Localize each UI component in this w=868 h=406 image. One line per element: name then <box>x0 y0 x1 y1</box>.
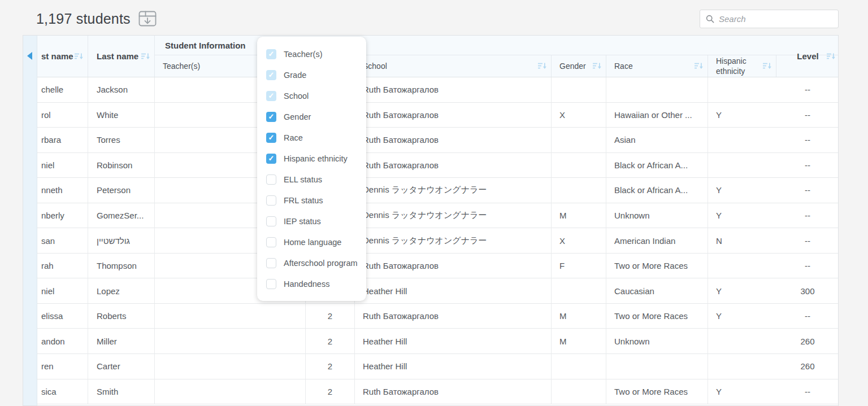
cell-gender: X <box>552 228 606 254</box>
checkbox[interactable] <box>266 91 276 101</box>
column-header-gender[interactable]: Gender <box>552 55 606 77</box>
cell-first-name: chelle <box>37 77 88 103</box>
cell-race: Two or More Races <box>606 254 708 279</box>
cell-school: Ruth Батожаргалов <box>355 77 552 103</box>
cell-school: Ruth Батожаргалов <box>355 379 552 405</box>
sort-descending-icon[interactable] <box>593 63 602 70</box>
cell-gender: M <box>552 304 606 329</box>
column-menu-item[interactable]: Gender <box>257 106 366 127</box>
column-header-level[interactable]: Level <box>776 36 839 77</box>
sort-descending-icon[interactable] <box>538 63 547 70</box>
cell-first-name: san <box>37 228 88 254</box>
cell-last-name: White <box>88 103 155 128</box>
cell-school: Dennis ラッタナウオングナラー <box>355 203 552 229</box>
column-menu-item-label: Afterschool program <box>284 259 358 268</box>
cell-last-name: Peterson <box>88 178 155 203</box>
cell-last-name: Robinson <box>88 153 155 178</box>
checkbox[interactable] <box>266 174 276 185</box>
column-header-school[interactable]: School <box>355 55 552 77</box>
cell-race: Two or More Races <box>606 304 708 329</box>
checkbox[interactable] <box>266 258 276 268</box>
cell-grade: 2 <box>306 304 355 329</box>
cell-gender <box>552 354 606 379</box>
cell-first-name: rol <box>37 103 88 128</box>
cell-first-name: rah <box>37 254 88 279</box>
checkbox[interactable] <box>266 70 276 80</box>
column-header-last-name[interactable]: Last name <box>88 36 155 77</box>
cell-last-name: גולדשטיין <box>88 228 155 254</box>
students-table: st name Last name Student Information <box>23 35 839 406</box>
cell-last-name: Jackson <box>88 77 155 103</box>
search-box[interactable] <box>700 10 839 28</box>
cell-teachers <box>155 329 306 354</box>
column-menu-item-label: ELL status <box>284 175 322 184</box>
cell-gender: F <box>552 254 606 279</box>
cell-level: -- <box>776 103 839 128</box>
sort-descending-icon[interactable] <box>695 63 704 70</box>
checkbox[interactable] <box>266 49 276 59</box>
column-menu-item[interactable]: ELL status <box>257 169 366 190</box>
column-menu-item[interactable]: Handedness <box>257 273 366 294</box>
cell-last-name: Roberts <box>88 304 155 329</box>
column-menu-item[interactable]: FRL status <box>257 190 366 211</box>
checkbox[interactable] <box>266 154 276 164</box>
cell-race: Unknown <box>606 203 708 229</box>
column-menu-item-label: FRL status <box>284 196 323 205</box>
column-menu-item[interactable]: Grade <box>257 64 366 85</box>
cell-race: Black or African A... <box>606 178 708 203</box>
collapse-left-icon[interactable] <box>27 52 32 60</box>
checkbox[interactable] <box>266 133 276 143</box>
column-visibility-menu: Teacher(s) Grade School Gender Race <box>257 37 366 301</box>
checkbox[interactable] <box>266 237 276 247</box>
column-menu-item-label: Teacher(s) <box>284 50 323 59</box>
cell-school: Ruth Батожаргалов <box>355 153 552 178</box>
column-menu-item[interactable]: Hispanic ethnicity <box>257 148 366 169</box>
column-menu-item-label: Handedness <box>284 280 329 289</box>
column-menu-item[interactable]: Afterschool program <box>257 252 366 273</box>
cell-level: -- <box>776 153 839 178</box>
cell-gender: M <box>552 203 606 229</box>
table-collapse-rail <box>23 36 37 405</box>
sort-descending-icon[interactable] <box>75 53 84 60</box>
column-menu-item[interactable]: School <box>257 85 366 106</box>
cell-first-name: rbara <box>37 128 88 153</box>
cell-level: -- <box>776 228 839 254</box>
sort-descending-icon[interactable] <box>827 53 836 60</box>
cell-teachers <box>155 304 306 329</box>
column-menu-item-label: Race <box>284 133 303 142</box>
cell-race: Two or More Races <box>606 379 708 405</box>
sort-descending-icon[interactable] <box>141 53 150 60</box>
cell-gender <box>552 178 606 203</box>
cell-level: 300 <box>776 278 839 304</box>
column-menu-item[interactable]: Home language <box>257 232 366 252</box>
cell-hispanic: Y <box>708 178 776 203</box>
checkbox[interactable] <box>266 112 276 122</box>
column-header-first-name[interactable]: st name <box>37 36 88 77</box>
checkbox[interactable] <box>266 279 276 289</box>
cell-grade: 2 <box>306 354 355 379</box>
cell-race <box>606 354 708 379</box>
column-header-race[interactable]: Race <box>606 55 708 77</box>
cell-level: 260 <box>776 354 839 379</box>
cell-first-name: sica <box>37 379 88 405</box>
column-menu-item[interactable]: Race <box>257 127 366 148</box>
column-menu-item-label: School <box>284 91 309 101</box>
checkbox[interactable] <box>266 195 276 206</box>
cell-teachers <box>155 354 306 379</box>
column-menu-item[interactable]: Teacher(s) <box>257 43 366 64</box>
cell-hispanic: Y <box>708 278 776 304</box>
search-icon <box>706 15 714 23</box>
cell-hispanic <box>708 153 776 178</box>
column-header-hispanic-ethnicity[interactable]: Hispanic ethnicity <box>708 55 776 77</box>
sort-descending-icon[interactable] <box>763 63 772 70</box>
cell-hispanic: N <box>708 228 776 254</box>
column-menu-item[interactable]: IEP status <box>257 211 366 232</box>
export-table-button[interactable] <box>138 10 157 27</box>
cell-gender <box>552 128 606 153</box>
cell-school: Heather Hill <box>355 278 552 304</box>
cell-level: -- <box>776 304 839 329</box>
checkbox[interactable] <box>266 216 276 226</box>
search-input[interactable] <box>719 14 832 24</box>
cell-race: Unknown <box>606 329 708 354</box>
cell-level: -- <box>776 254 839 279</box>
